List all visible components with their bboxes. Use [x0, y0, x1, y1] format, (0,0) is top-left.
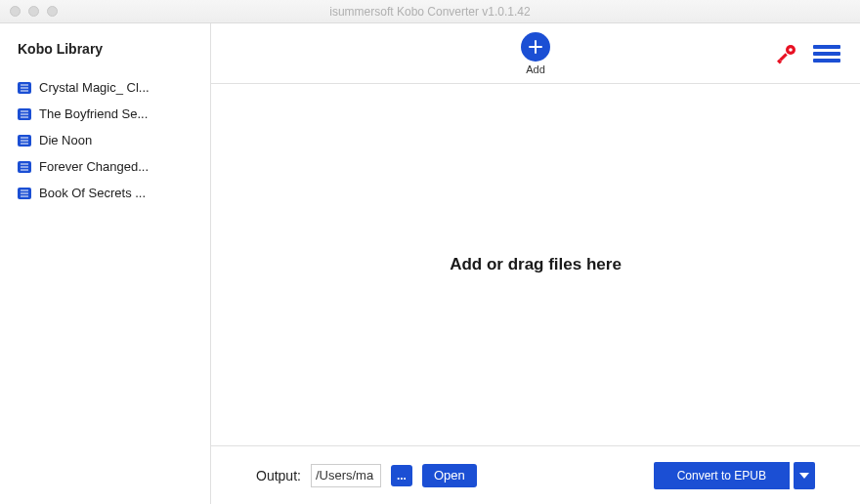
traffic-light-minimize[interactable] — [28, 6, 39, 17]
browse-button[interactable]: ... — [391, 465, 412, 486]
add-label: Add — [526, 63, 545, 75]
traffic-light-zoom[interactable] — [47, 6, 58, 17]
convert-format-dropdown[interactable] — [794, 462, 815, 489]
window-titlebar: isummersoft Kobo Converter v1.0.1.42 — [0, 0, 860, 23]
chevron-down-icon — [799, 473, 809, 479]
book-icon — [18, 82, 31, 94]
window-title: isummersoft Kobo Converter v1.0.1.42 — [0, 5, 860, 19]
bottom-bar: Output: ... Open Convert to EPUB — [211, 445, 860, 504]
svg-point-23 — [789, 48, 793, 52]
output-path-input[interactable] — [311, 464, 381, 487]
book-label: The Boyfriend Se... — [39, 106, 148, 121]
book-icon — [18, 135, 31, 147]
open-button[interactable]: Open — [422, 464, 477, 487]
list-item[interactable]: Crystal Magic_ Cl... — [0, 74, 210, 101]
add-button[interactable]: Add — [521, 32, 550, 75]
sidebar-title: Kobo Library — [0, 41, 210, 74]
sidebar: Kobo Library Crystal Magic_ Cl... The Bo… — [0, 23, 211, 504]
hamburger-menu-icon[interactable] — [813, 43, 840, 64]
key-icon[interactable] — [776, 43, 797, 64]
main-panel: Add Add or drag files here Output: ... O… — [211, 23, 860, 504]
drop-zone[interactable]: Add or drag files here — [211, 84, 860, 445]
convert-button[interactable]: Convert to EPUB — [654, 462, 790, 489]
book-label: Die Noon — [39, 133, 92, 147]
book-icon — [18, 188, 31, 199]
book-icon — [18, 108, 31, 120]
book-label: Book Of Secrets ... — [39, 186, 146, 200]
list-item[interactable]: The Boyfriend Se... — [0, 101, 210, 127]
book-label: Forever Changed... — [39, 159, 149, 174]
traffic-light-close[interactable] — [10, 6, 21, 17]
svg-rect-24 — [779, 53, 787, 61]
plus-icon — [521, 32, 550, 62]
list-item[interactable]: Forever Changed... — [0, 153, 210, 180]
output-label: Output: — [256, 468, 301, 483]
traffic-lights — [0, 6, 58, 17]
toolbar: Add — [211, 23, 860, 84]
list-item[interactable]: Book Of Secrets ... — [0, 180, 210, 206]
list-item[interactable]: Die Noon — [0, 127, 210, 153]
book-label: Crystal Magic_ Cl... — [39, 80, 150, 95]
convert-group: Convert to EPUB — [654, 462, 815, 489]
book-icon — [18, 161, 31, 173]
drop-zone-text: Add or drag files here — [450, 255, 622, 274]
